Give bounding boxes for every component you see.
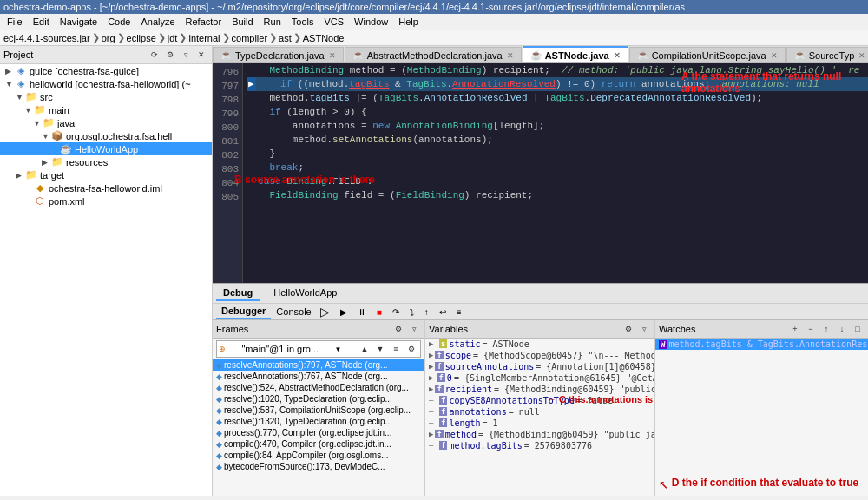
tree-item-guice[interactable]: ▶ ◈ guice [ochestra-fsa-guice]	[0, 64, 212, 77]
step-into-btn[interactable]: ⤵	[406, 306, 418, 318]
close-icon[interactable]: ✕	[771, 51, 778, 60]
watch-copy-icon[interactable]: □	[851, 322, 865, 336]
var-item[interactable]: ▶ f scope = {MethodScope@60457} "\n--- M…	[425, 350, 654, 361]
debug-content: Frames ⚙ ▿ ⊕ "main"@1 in gro... ▼ ▲	[213, 320, 868, 496]
thread-filter-icon[interactable]: ≡	[389, 342, 403, 356]
run-to-cursor-btn[interactable]: ↩	[436, 306, 450, 318]
var-item-annotations[interactable]: — f annotations = null ← C this.annotati…	[425, 406, 654, 418]
var-name: sourceAnnotations	[445, 362, 534, 372]
step-out-btn[interactable]: ↑	[421, 306, 432, 318]
var-item[interactable]: — f length = 1	[425, 418, 654, 429]
settings-btn[interactable]: ⚙	[163, 48, 177, 62]
tree-item-main[interactable]: ▼ 📁 main	[0, 103, 212, 116]
frame-item[interactable]: ◆ process():770, Compiler (org.eclipse.j…	[213, 427, 424, 438]
tree-item-pom[interactable]: ⬡ pom.xml	[0, 194, 212, 207]
close-icon[interactable]: ✕	[614, 51, 621, 60]
watch-up-icon[interactable]: ↑	[819, 322, 833, 336]
frame-item[interactable]: ◆ resolve():1320, TypeDeclaration (org.e…	[213, 416, 424, 427]
menu-item-refactor[interactable]: Refactor	[181, 15, 227, 29]
expand-btn[interactable]: ▿	[179, 48, 193, 62]
breadcrumb-item[interactable]: org	[102, 33, 115, 43]
console-tab[interactable]: Console	[271, 305, 316, 319]
tab-AbstractMethodDeclaration[interactable]: ☕ AbstractMethodDeclaration.java ✕	[345, 47, 522, 62]
code-content[interactable]: 796 797 798 799 800 801 802 803 804 805 …	[213, 63, 868, 283]
menu-item-window[interactable]: Window	[349, 15, 393, 29]
tree-item-src[interactable]: ▼ 📁 src	[0, 90, 212, 103]
stop-btn[interactable]: ■	[373, 306, 385, 318]
tree-item-helloworld[interactable]: ▼ ◈ helloworld [ochestra-fsa-helloworld]…	[0, 77, 212, 90]
menu-item-edit[interactable]: Edit	[28, 15, 55, 29]
frame-item[interactable]: ◆ resolve():587, CompilationUnitScope (o…	[213, 405, 424, 416]
frame-item[interactable]: ◆ bytecodeFromSource():173, DevModeC...	[213, 461, 424, 472]
tab-ASTNode[interactable]: ☕ ASTNode.java ✕	[523, 46, 628, 62]
frames-header: Frames ⚙ ▿	[213, 320, 424, 339]
tab-CompilationUnitScope[interactable]: ☕ CompilationUnitScope.java ✕	[629, 47, 786, 62]
tab-TypeDeclaration[interactable]: ☕ TypeDeclaration.java ✕	[213, 47, 344, 62]
breadcrumb-item[interactable]: internal	[188, 33, 220, 43]
var-item-tagbits[interactable]: — f method.tagBits = 25769803776	[425, 440, 654, 451]
debug-perspective-tab[interactable]: Debug	[216, 286, 260, 301]
thread-down-icon[interactable]: ▼	[373, 342, 387, 356]
tree-item-resources[interactable]: ▶ 📁 resources	[0, 155, 212, 168]
tree-item-iml[interactable]: ◆ ochestra-fsa-helloworld.iml	[0, 181, 212, 194]
menu-item-vcs[interactable]: VCS	[319, 15, 349, 29]
helloworld-tab[interactable]: HelloWorldApp	[266, 286, 344, 301]
close-icon[interactable]: ✕	[329, 51, 336, 60]
menu-item-file[interactable]: File	[2, 15, 28, 29]
titlebar-text: ochestra-demo-apps - [~/p/ochestra-demo-…	[3, 2, 685, 12]
sync-btn[interactable]: ⟳	[148, 48, 161, 62]
menu-item-tools[interactable]: Tools	[286, 15, 319, 29]
var-item[interactable]: ▶ s static = ASTNode	[425, 339, 654, 350]
var-item[interactable]: ▶ f sourceAnnotations = {Annotation[1]@6…	[425, 361, 654, 372]
menu-item-build[interactable]: Build	[227, 15, 258, 29]
frame-item[interactable]: ◆ resolve():524, AbstractMethodDeclarati…	[213, 382, 424, 393]
close-project-btn[interactable]: ✕	[194, 48, 208, 62]
menu-item-code[interactable]: Code	[102, 15, 135, 29]
tree-item-target[interactable]: ▶ 📁 target	[0, 168, 212, 181]
pause-btn[interactable]: ⏸	[354, 306, 370, 318]
frame-item[interactable]: ◆ compile():84, AppCompiler (org.osgl.om…	[213, 450, 424, 461]
breadcrumb-item[interactable]: eclipse	[127, 33, 156, 43]
var-item[interactable]: ▶ f 0 = {SingleMemberAnnotation@61645} "…	[425, 372, 654, 384]
thread-settings-icon[interactable]: ⚙	[404, 342, 418, 356]
frames-settings-icon[interactable]: ⚙	[391, 322, 405, 336]
frames-expand-icon[interactable]: ▿	[407, 322, 421, 336]
tree-item-java[interactable]: ▼ 📁 java	[0, 116, 212, 129]
frame-item[interactable]: ◆ resolveAnnotations():767, ASTNode (org…	[213, 371, 424, 382]
menu-item-run[interactable]: Run	[259, 15, 286, 29]
menu-item-navigate[interactable]: Navigate	[55, 15, 102, 29]
thread-selector[interactable]: ⊕ "main"@1 in gro... ▼ ▲ ▼ ≡ ⚙	[216, 340, 421, 358]
frames-panel: Frames ⚙ ▿ ⊕ "main"@1 in gro... ▼ ▲	[213, 320, 425, 496]
thread-up-icon[interactable]: ▲	[358, 342, 372, 356]
menu-item-analyze[interactable]: Analyze	[135, 15, 180, 29]
breadcrumb-item[interactable]: compiler	[232, 33, 268, 43]
variables-list: ▶ s static = ASTNode ▶ f scope = {Method…	[425, 339, 654, 496]
debugger-tab[interactable]: Debugger	[216, 304, 271, 319]
var-item[interactable]: ▶ f method = {MethodBinding@60459} "publ…	[425, 429, 654, 440]
tab-SourceTyp[interactable]: ☕ SourceTyp ✕	[786, 47, 868, 62]
frame-item[interactable]: ◆ resolveAnnotations():797, ASTNode (org…	[213, 359, 424, 371]
frame-item[interactable]: ◆ resolve():1020, TypeDeclaration (org.e…	[213, 393, 424, 405]
close-icon[interactable]: ✕	[507, 51, 514, 60]
breadcrumb-item[interactable]: ASTNode	[303, 33, 345, 43]
resume-btn[interactable]: ▶	[337, 306, 351, 318]
frame-item[interactable]: ◆ compile():470, Compiler (org.eclipse.j…	[213, 438, 424, 450]
breadcrumb-item[interactable]: ast	[279, 33, 292, 43]
evaluate-btn[interactable]: ≡	[453, 306, 465, 318]
menubar: FileEditNavigateCodeAnalyzeRefactorBuild…	[0, 14, 868, 30]
watch-down-icon[interactable]: ↓	[835, 322, 849, 336]
menu-item-help[interactable]: Help	[393, 15, 424, 29]
breadcrumb-item[interactable]: jdt	[168, 33, 178, 43]
watch-item[interactable]: W method.tagBits & TagBits.AnnotationRes…	[655, 339, 868, 350]
tree-item-pkg[interactable]: ▼ 📦 org.osgl.ochestra.fsa.hell	[0, 129, 212, 142]
tree-item-helloworldapp[interactable]: ☕ HelloWorldApp	[0, 142, 212, 155]
var-settings-icon[interactable]: ⚙	[621, 322, 635, 336]
step-over-btn[interactable]: ↷	[389, 306, 403, 318]
frame-icon: ◆	[216, 463, 222, 471]
watch-add-icon[interactable]: +	[788, 322, 802, 336]
close-icon[interactable]: ✕	[858, 51, 865, 60]
var-expand-icon[interactable]: ▿	[637, 322, 651, 336]
folder-icon: 📁	[24, 91, 38, 102]
watch-remove-icon[interactable]: −	[804, 322, 818, 336]
breadcrumb-item[interactable]: ecj-4.4.1-sources.jar	[3, 33, 90, 43]
